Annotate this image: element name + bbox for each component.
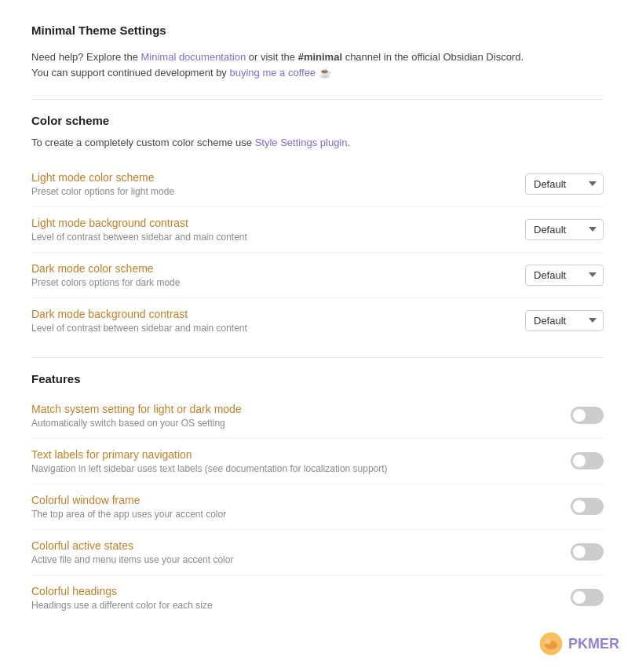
feature-toggle-2[interactable]	[571, 498, 604, 515]
feature-label-4: Colorful headings	[31, 585, 555, 597]
coffee-emoji-char: ☕	[319, 67, 331, 79]
color-scheme-description: To create a completely custom color sche…	[31, 135, 604, 151]
color-setting-label-2: Dark mode color scheme	[31, 262, 509, 275]
color-settings-list: Light mode color schemePreset color opti…	[31, 162, 604, 343]
intro-hash: #minimal	[298, 51, 342, 63]
pkmer-watermark: PKMER	[538, 631, 619, 656]
color-dropdown-1[interactable]: DefaultLowHigh	[525, 219, 604, 240]
feature-toggle-4[interactable]	[571, 589, 604, 606]
feature-desc-3: Active file and menu items use your acce…	[31, 554, 555, 565]
feature-desc-2: The top area of the app uses your accent…	[31, 509, 555, 520]
color-scheme-section: Color scheme To create a completely cust…	[31, 114, 604, 343]
feature-row-0: Match system setting for light or dark m…	[31, 393, 604, 439]
svg-point-2	[545, 638, 551, 645]
feature-desc-1: Navigation in left sidebar uses text lab…	[31, 463, 555, 474]
pkmer-text: PKMER	[568, 636, 619, 652]
color-scheme-title: Color scheme	[31, 114, 604, 127]
color-setting-desc-3: Level of contrast between sidebar and ma…	[31, 323, 509, 334]
intro-line1-middle: or visit the	[249, 51, 298, 63]
style-settings-link[interactable]: Style Settings plugin	[255, 137, 348, 148]
feature-row-1: Text labels for primary navigationNaviga…	[31, 439, 604, 484]
feature-label-2: Colorful window frame	[31, 494, 555, 506]
intro-line2-prefix: You can support continued development by	[31, 67, 229, 79]
feature-slider-1	[571, 452, 604, 469]
color-setting-label-0: Light mode color scheme	[31, 171, 509, 184]
feature-toggle-1[interactable]	[571, 452, 604, 469]
color-setting-row-3: Dark mode background contrastLevel of co…	[31, 298, 604, 343]
buy-coffee-link[interactable]: buying me a coffee	[229, 67, 316, 79]
color-setting-desc-0: Preset color options for light mode	[31, 186, 509, 197]
feature-label-1: Text labels for primary navigation	[31, 448, 555, 461]
intro-line1-suffix: channel in the official Obsidian Discord…	[345, 51, 524, 63]
color-setting-row-1: Light mode background contrastLevel of c…	[31, 207, 604, 253]
features-list: Match system setting for light or dark m…	[31, 393, 604, 620]
color-setting-desc-1: Level of contrast between sidebar and ma…	[31, 232, 509, 243]
divider-1	[31, 99, 604, 100]
feature-desc-4: Headings use a different color for each …	[31, 600, 555, 611]
feature-toggle-3[interactable]	[571, 543, 604, 561]
features-title: Features	[31, 372, 604, 385]
feature-slider-4	[571, 589, 604, 606]
color-dropdown-3[interactable]: DefaultLowHigh	[525, 310, 604, 331]
feature-slider-0	[571, 407, 604, 424]
color-setting-desc-2: Preset colors options for dark mode	[31, 277, 509, 288]
color-setting-row-2: Dark mode color schemePreset colors opti…	[31, 253, 604, 298]
color-dropdown-0[interactable]: DefaultAtomAyuEverforestGruvboxNordRosé …	[525, 173, 604, 195]
page-header: Minimal Theme Settings	[31, 24, 604, 37]
pkmer-logo-icon	[538, 631, 564, 656]
feature-slider-3	[571, 543, 604, 561]
feature-slider-2	[571, 498, 604, 515]
color-dropdown-2[interactable]: DefaultAtomAyuEverforestGruvboxNordRosé …	[525, 265, 604, 286]
color-setting-row-0: Light mode color schemePreset color opti…	[31, 162, 604, 207]
color-setting-label-3: Dark mode background contrast	[31, 308, 509, 320]
divider-2	[31, 357, 604, 358]
features-section: Features Match system setting for light …	[31, 372, 604, 620]
intro-block: Need help? Explore the Minimal documenta…	[31, 49, 604, 80]
feature-row-4: Colorful headingsHeadings use a differen…	[31, 575, 604, 620]
minimal-docs-link[interactable]: Minimal documentation	[141, 51, 246, 63]
feature-row-3: Colorful active statesActive file and me…	[31, 530, 604, 575]
intro-line1-prefix: Need help? Explore the	[31, 51, 141, 63]
feature-toggle-0[interactable]	[571, 407, 604, 424]
color-setting-label-1: Light mode background contrast	[31, 217, 509, 229]
page-title: Minimal Theme Settings	[31, 24, 604, 37]
feature-label-0: Match system setting for light or dark m…	[31, 403, 555, 415]
feature-desc-0: Automatically switch based on your OS se…	[31, 418, 555, 429]
feature-row-2: Colorful window frameThe top area of the…	[31, 484, 604, 530]
feature-label-3: Colorful active states	[31, 539, 555, 552]
